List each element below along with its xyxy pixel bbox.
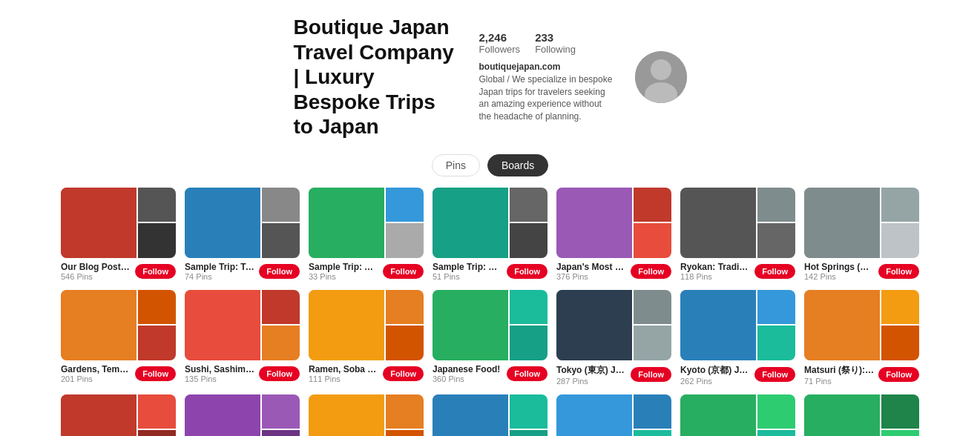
board-small-image-1 xyxy=(510,394,547,429)
board-pins-count: 287 Pins xyxy=(556,377,627,386)
board-card[interactable]: Hokkaido (北海道)... 63 Pins Follow xyxy=(680,394,795,436)
board-main-image xyxy=(804,290,880,360)
follow-button[interactable]: Follow xyxy=(259,366,300,381)
board-card[interactable]: Kyushu (九州) Jap... 76 Pins Follow xyxy=(804,394,919,436)
board-main-image xyxy=(61,290,137,360)
board-card[interactable]: Sample Trip: Hot S... 51 Pins Follow xyxy=(433,188,547,281)
board-small-image-2 xyxy=(757,430,795,436)
board-main-image xyxy=(804,394,880,436)
board-card[interactable]: Sushi, Sashimi & S... 135 Pins Follow xyxy=(185,290,300,386)
follow-button[interactable]: Follow xyxy=(383,264,424,279)
board-footer: Ramen, Soba & U... 111 Pins Follow xyxy=(309,364,424,383)
board-footer: Kyoto (京都) Japan 262 Pins Follow xyxy=(680,364,795,386)
board-main-image xyxy=(61,394,137,436)
board-card[interactable]: Osaka (大阪) Japan 75 Pins Follow xyxy=(433,394,547,436)
board-main-image xyxy=(185,188,260,258)
board-small-image-1 xyxy=(262,290,300,325)
board-card[interactable]: Sake (お酒) in Japan 83 Pins Follow xyxy=(61,394,176,436)
board-small-image-1 xyxy=(881,394,919,429)
follow-button[interactable]: Follow xyxy=(754,264,795,279)
follow-button[interactable]: Follow xyxy=(259,264,300,279)
board-pins-count: 546 Pins xyxy=(61,272,131,281)
board-images xyxy=(309,188,424,258)
board-card[interactable]: Japanese Food! 360 Pins Follow xyxy=(433,290,547,386)
board-main-image xyxy=(433,188,508,258)
board-small-image-2 xyxy=(510,430,547,436)
board-card[interactable]: Our Blog Posts on... 546 Pins Follow xyxy=(61,188,176,281)
board-card[interactable]: Hot Springs (Onse... 142 Pins Follow xyxy=(804,188,919,281)
board-name: Sample Trip: Art o... xyxy=(309,262,379,272)
board-card[interactable]: Kyoto (京都) Japan 262 Pins Follow xyxy=(680,290,795,386)
board-images xyxy=(804,290,919,360)
board-images xyxy=(61,188,176,258)
board-card[interactable]: Matsuri (祭り): Fes... 71 Pins Follow xyxy=(804,290,919,386)
board-small-image-2 xyxy=(510,326,547,360)
board-small-image-1 xyxy=(634,394,671,429)
board-small-image-2 xyxy=(138,430,176,436)
follow-button[interactable]: Follow xyxy=(631,367,671,382)
board-main-image xyxy=(185,290,260,360)
board-card[interactable]: Sample Trip: Tokyo... 74 Pins Follow xyxy=(185,188,300,281)
board-main-image xyxy=(680,290,756,360)
tab-pins[interactable]: Pins xyxy=(432,154,480,176)
board-small-image-2 xyxy=(757,223,795,258)
board-card[interactable]: Okinawa (沖縄) Ja... 61 Pins Follow xyxy=(556,394,671,436)
tab-boards[interactable]: Boards xyxy=(487,154,548,176)
board-footer: Japanese Food! 360 Pins Follow xyxy=(433,364,547,383)
board-card[interactable]: Izakaya (居酒屋) (G... 75 Pins Follow xyxy=(185,394,300,436)
board-small-image-2 xyxy=(634,430,671,436)
board-name: Our Blog Posts on... xyxy=(61,262,131,272)
board-main-image xyxy=(185,394,260,436)
board-images xyxy=(61,290,176,360)
board-card[interactable]: Ryokan: Tradition... 118 Pins Follow xyxy=(680,188,795,281)
svg-point-1 xyxy=(651,59,671,80)
board-footer: Matsuri (祭り): Fes... 71 Pins Follow xyxy=(804,364,919,386)
board-footer: Tokyo (東京) Japan 287 Pins Follow xyxy=(556,364,671,386)
board-name: Matsuri (祭り): Fes... xyxy=(804,364,875,377)
followers-count: 2,246 xyxy=(479,31,521,44)
tab-bar: Pins Boards xyxy=(0,154,980,176)
board-small-image-1 xyxy=(634,188,671,222)
board-footer: Our Blog Posts on... 546 Pins Follow xyxy=(61,262,176,281)
follow-button[interactable]: Follow xyxy=(754,367,795,382)
follow-button[interactable]: Follow xyxy=(383,366,424,381)
board-card[interactable]: Sample Trip: Art o... 33 Pins Follow xyxy=(309,188,424,281)
follow-button[interactable]: Follow xyxy=(507,264,547,279)
board-name: Japanese Food! xyxy=(433,364,500,374)
board-small-image-1 xyxy=(138,394,176,429)
following-stat: 233 Following xyxy=(535,31,576,55)
follow-button[interactable]: Follow xyxy=(135,366,176,381)
board-card[interactable]: Gardens, Temples... 201 Pins Follow xyxy=(61,290,176,386)
board-card[interactable]: Ramen, Soba & U... 111 Pins Follow xyxy=(309,290,424,386)
board-footer: Hot Springs (Onse... 142 Pins Follow xyxy=(804,262,919,281)
follow-button[interactable]: Follow xyxy=(631,264,671,279)
board-small-image-2 xyxy=(881,223,919,258)
board-pins-count: 376 Pins xyxy=(556,272,627,281)
board-small-image-1 xyxy=(138,290,176,325)
board-main-image xyxy=(556,188,632,258)
board-small-image-1 xyxy=(262,188,300,222)
board-small-image-2 xyxy=(262,223,300,258)
board-main-image xyxy=(556,290,632,360)
board-small-image-1 xyxy=(138,188,176,222)
follow-button[interactable]: Follow xyxy=(878,367,919,382)
board-images xyxy=(433,290,547,360)
board-images xyxy=(680,188,795,258)
profile-website[interactable]: boutiquejapan.com xyxy=(479,62,561,72)
board-small-image-2 xyxy=(757,326,795,360)
profile-location: Global xyxy=(479,74,505,85)
board-small-image-1 xyxy=(386,394,424,429)
board-small-image-2 xyxy=(386,430,424,436)
follow-button[interactable]: Follow xyxy=(135,264,176,279)
following-count: 233 xyxy=(535,31,576,44)
board-small-image-1 xyxy=(757,188,795,222)
board-images xyxy=(804,394,919,436)
board-card[interactable]: Tokyo (東京) Japan 287 Pins Follow xyxy=(556,290,671,386)
board-card[interactable]: Naoshima (直島):... 77 Pins Follow xyxy=(309,394,424,436)
board-images xyxy=(556,394,671,436)
board-images xyxy=(556,188,671,258)
board-card[interactable]: Japan's Most Bea... 376 Pins Follow xyxy=(556,188,671,281)
follow-button[interactable]: Follow xyxy=(507,366,547,381)
followers-stat: 2,246 Followers xyxy=(479,31,521,55)
follow-button[interactable]: Follow xyxy=(878,264,919,279)
